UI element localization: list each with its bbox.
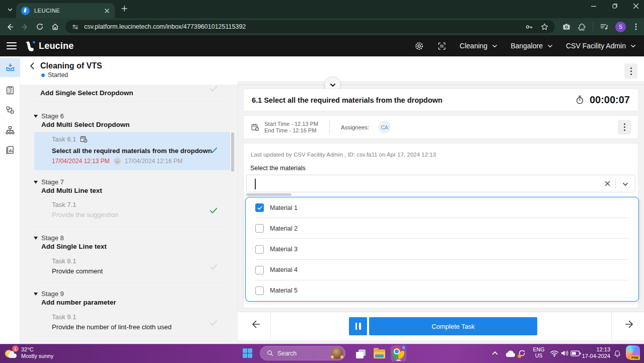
hamburger-menu-icon[interactable]: [7, 42, 17, 49]
stage-collapse-caret[interactable]: [34, 237, 38, 240]
wifi-icon[interactable]: [550, 350, 559, 357]
stage-collapse-caret[interactable]: [34, 181, 38, 184]
leucine-favicon-icon: [21, 7, 30, 15]
notification-bell-icon[interactable]: [613, 349, 621, 358]
job-options-button[interactable]: [624, 63, 637, 79]
stage-collapse-caret[interactable]: [34, 115, 38, 118]
task-code: Task 6.1: [52, 135, 76, 143]
next-task-button[interactable]: [624, 319, 635, 330]
material-option[interactable]: Material 1: [246, 197, 638, 218]
restore-button[interactable]: [612, 3, 618, 9]
browser-menu-icon[interactable]: [632, 23, 639, 31]
material-option[interactable]: Material 2: [246, 218, 638, 239]
role-selector[interactable]: CSV Facility Admin: [566, 42, 636, 50]
stage-name[interactable]: Add number parameter: [41, 299, 116, 306]
browser-profile-avatar[interactable]: S: [615, 22, 626, 32]
chevron-down-icon: [329, 82, 336, 89]
task-options-button[interactable]: [618, 120, 631, 134]
materials-select-input[interactable]: [246, 175, 635, 192]
camera-extension-icon[interactable]: [562, 22, 571, 31]
back-chevron-button[interactable]: [29, 62, 36, 70]
task-heading: 6.1 Select all the required materials fr…: [252, 96, 575, 104]
volume-icon[interactable]: [560, 349, 569, 357]
search-icon: [267, 350, 273, 356]
taskbar-clock[interactable]: 12:13 17-04-2024: [574, 346, 610, 359]
stopwatch-icon: [575, 95, 585, 105]
tab-close-icon[interactable]: [104, 8, 110, 14]
password-key-icon[interactable]: [525, 23, 533, 31]
settings-gear-icon[interactable]: [414, 41, 424, 51]
stage-label[interactable]: Stage 9: [41, 290, 64, 298]
task-code[interactable]: Task 9.1: [52, 313, 76, 321]
material-checkbox-1[interactable]: [255, 203, 264, 212]
rail-report-icon[interactable]: [0, 140, 20, 160]
process-selector[interactable]: Cleaning: [460, 42, 497, 50]
task-dates: 17/04/2024 12:13 PM → 17/04/2024 12:16 P…: [52, 158, 183, 165]
browser-tab[interactable]: LEUCINE: [16, 3, 115, 18]
task-view-icon-front[interactable]: [356, 352, 364, 358]
material-option[interactable]: Material 3: [246, 239, 638, 259]
tray-chevron-up-icon[interactable]: [492, 351, 498, 355]
weather-widget[interactable]: 1 32°C Mostly sunny: [4, 345, 53, 360]
chrome-taskbar-button[interactable]: S: [391, 345, 406, 361]
material-option[interactable]: Material 4: [246, 260, 638, 280]
stage-collapse-caret[interactable]: [34, 293, 38, 296]
material-option-label: Material 5: [270, 287, 298, 294]
material-checkbox-2[interactable]: [255, 224, 264, 233]
input-horizontal-scrollbar[interactable]: [246, 193, 292, 196]
onedrive-cloud-icon[interactable]: [505, 350, 516, 357]
minimize-button[interactable]: [591, 3, 597, 9]
site-info-icon[interactable]: [71, 23, 79, 31]
windows-start-button[interactable]: [243, 348, 252, 358]
meta-separator: [329, 120, 330, 134]
bookmark-star-icon[interactable]: [540, 23, 549, 31]
home-button[interactable]: [47, 20, 62, 34]
page-header: [0, 56, 644, 85]
pause-task-button[interactable]: [349, 317, 367, 335]
rail-checklist-icon[interactable]: [0, 81, 20, 100]
material-checkbox-4[interactable]: [255, 266, 264, 274]
material-option[interactable]: Material 5: [246, 280, 638, 301]
material-checkbox-5[interactable]: [255, 286, 264, 295]
assignee-avatar[interactable]: CA: [378, 121, 391, 133]
complete-task-button[interactable]: Complete Task: [369, 317, 537, 335]
task-code[interactable]: Task 7.1: [52, 201, 76, 208]
stage-name[interactable]: Add Multi Line text: [41, 187, 102, 194]
screen: LEUCINE csv.platform.leucinetech.com/inb…: [0, 0, 644, 363]
weather-icon: 1: [4, 345, 18, 360]
material-checkbox-3[interactable]: [255, 245, 264, 254]
previous-task-button[interactable]: [250, 319, 261, 330]
reload-button[interactable]: [32, 20, 47, 34]
task-code[interactable]: Task 8.1: [52, 257, 76, 265]
select-caret-icon[interactable]: [622, 181, 629, 188]
rail-workflow-icon[interactable]: [0, 101, 20, 120]
close-window-button[interactable]: [633, 3, 639, 9]
stage-name[interactable]: Add Multi Select Dropdown: [41, 121, 130, 128]
sidebar-scrollbar[interactable]: [231, 132, 234, 172]
site-selector[interactable]: Bangalore: [511, 42, 553, 50]
rail-hierarchy-icon[interactable]: [0, 121, 20, 140]
rail-inbox-icon[interactable]: [0, 58, 20, 77]
extensions-puzzle-icon[interactable]: [578, 23, 586, 31]
task-name[interactable]: Provide the suggestion: [52, 211, 118, 219]
task-item-selected[interactable]: Task 6.1 Select all the required materia…: [34, 132, 230, 170]
task-name[interactable]: Provide comment: [52, 267, 103, 275]
stage-name[interactable]: Add Single Line text: [41, 243, 107, 250]
stage-label[interactable]: Stage 8: [41, 234, 64, 242]
forward-button[interactable]: [17, 20, 32, 34]
left-icon-rail: [0, 56, 20, 344]
back-button[interactable]: [2, 20, 17, 34]
language-indicator[interactable]: ENG US: [531, 346, 546, 358]
overflow-task-name[interactable]: Add Single Select Dropdown: [40, 89, 133, 97]
search-highlight-image[interactable]: [331, 347, 343, 359]
taskbar-search-box[interactable]: Search: [260, 346, 345, 360]
task-name[interactable]: Provide the number of lint-free cloth us…: [52, 323, 172, 331]
address-bar[interactable]: csv.platform.leucinetech.com/inbox/47739…: [65, 20, 555, 33]
tab-search-button[interactable]: [4, 4, 16, 16]
scanner-icon[interactable]: [437, 41, 447, 51]
stage-label[interactable]: Stage 7: [41, 178, 64, 186]
media-controls-icon[interactable]: [600, 22, 609, 31]
clear-selection-icon[interactable]: [604, 180, 611, 187]
stage-label[interactable]: Stage 6: [41, 112, 64, 120]
new-tab-button[interactable]: [121, 5, 128, 12]
